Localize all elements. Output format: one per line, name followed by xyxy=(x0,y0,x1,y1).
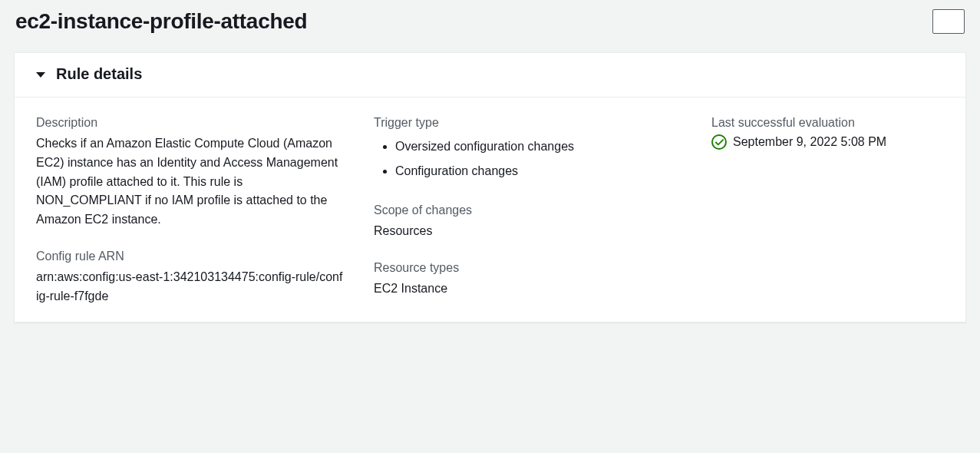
page-title: ec2-instance-profile-attached xyxy=(15,9,307,34)
evaluation-row: September 9, 2022 5:08 PM xyxy=(711,134,944,150)
scope-value: Resources xyxy=(374,222,681,241)
card-header: Rule details xyxy=(15,53,965,98)
description-label: Description xyxy=(36,116,343,130)
resource-types-label: Resource types xyxy=(374,261,681,275)
card-body: Description Checks if an Amazon Elastic … xyxy=(15,98,965,322)
trigger-label: Trigger type xyxy=(374,116,681,130)
evaluation-label: Last successful evaluation xyxy=(711,116,944,130)
card-title: Rule details xyxy=(56,65,142,83)
scope-label: Scope of changes xyxy=(374,203,681,217)
trigger-list: Oversized configuration changes Configur… xyxy=(374,134,681,184)
column-evaluation: Last successful evaluation September 9, … xyxy=(711,116,944,306)
list-item: Configuration changes xyxy=(395,159,681,184)
evaluation-value: September 9, 2022 5:08 PM xyxy=(733,135,886,149)
description-value: Checks if an Amazon Elastic Compute Clou… xyxy=(36,134,343,230)
resource-types-value: EC2 Instance xyxy=(374,279,681,299)
caret-down-icon[interactable] xyxy=(36,72,45,78)
arn-value: arn:aws:config:us-east-1:342103134475:co… xyxy=(36,268,343,306)
header-action-button[interactable] xyxy=(932,9,965,34)
check-circle-icon xyxy=(711,134,727,150)
page-header: ec2-instance-profile-attached xyxy=(0,0,980,52)
list-item: Oversized configuration changes xyxy=(395,134,681,159)
rule-details-card: Rule details Description Checks if an Am… xyxy=(14,52,966,322)
column-description: Description Checks if an Amazon Elastic … xyxy=(36,116,343,306)
column-trigger: Trigger type Oversized configuration cha… xyxy=(374,116,681,306)
arn-label: Config rule ARN xyxy=(36,250,343,263)
